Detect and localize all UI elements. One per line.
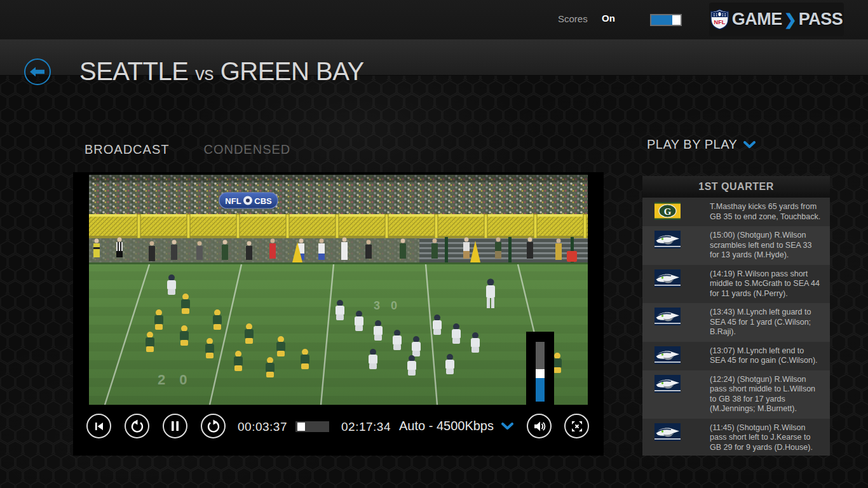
play-row[interactable]: G (15:00) (Shotgun) R.Wilson scrambles l…	[642, 226, 830, 265]
top-bar: Scores On NFL GAME ❯ PASS	[0, 0, 868, 39]
play-row[interactable]: G (12:24) (Shotgun) R.Wilson pass short …	[642, 370, 830, 419]
pause-button[interactable]	[163, 414, 187, 438]
play-description: (13:43) M.Lynch left guard to SEA 45 for…	[710, 308, 822, 337]
brand-arrow-icon: ❯	[784, 11, 797, 29]
play-list: G T.Masthay kicks 65 yards from GB 35 to…	[642, 198, 830, 456]
scores-toggle[interactable]	[650, 14, 682, 26]
volume-icon	[533, 421, 546, 432]
play-row[interactable]: G (14:19) R.Wilson pass short middle to …	[642, 265, 830, 304]
svg-text:2 0: 2 0	[158, 372, 193, 388]
pause-icon	[171, 421, 179, 431]
fullscreen-icon	[571, 420, 583, 433]
play-row[interactable]: G T.Masthay kicks 65 yards from GB 35 to…	[642, 198, 830, 226]
seahawks-logo-icon	[654, 346, 681, 364]
quality-selector[interactable]: Auto - 4500Kbps	[399, 419, 513, 433]
play-by-play-label: PLAY BY PLAY	[647, 137, 737, 152]
video-type-tabs: BROADCAST CONDENSED	[85, 142, 290, 157]
play-description: (14:19) R.Wilson pass short middle to S.…	[710, 269, 822, 299]
back-arrow-icon	[30, 66, 45, 78]
player-controls: 00:03:37 02:17:34 Auto - 4500Kbps	[73, 405, 604, 456]
replay-button[interactable]	[125, 414, 149, 438]
seahawks-logo-icon	[654, 269, 681, 287]
nfl-gamepass-logo[interactable]: NFL GAME ❯ PASS	[709, 3, 844, 36]
brand-game-text: GAME	[732, 10, 782, 29]
page-title: SEATTLE vs GREEN BAY	[79, 57, 364, 86]
seahawks-logo-icon	[654, 308, 681, 325]
nfl-shield-text: NFL	[714, 19, 725, 25]
quarter-header: 1ST QUARTER	[642, 176, 830, 198]
current-time: 00:03:37	[238, 420, 287, 434]
volume-button[interactable]	[527, 414, 552, 438]
progress-bar[interactable]	[295, 421, 329, 432]
play-description: (15:00) (Shotgun) R.Wilson scrambles lef…	[710, 231, 822, 261]
replay-icon	[130, 419, 145, 433]
play-description: T.Masthay kicks 65 yards from GB 35 to e…	[710, 202, 822, 222]
app-window: Scores On NFL GAME ❯ PASS	[0, 0, 868, 488]
seahawks-logo-icon	[654, 231, 681, 248]
video-player[interactable]: NFL CBS	[73, 172, 604, 456]
volume-popup	[526, 332, 554, 405]
packers-logo-icon: G	[654, 202, 681, 220]
skip-start-icon	[94, 421, 104, 431]
seahawks-logo-icon	[654, 423, 681, 441]
volume-thumb[interactable]	[536, 369, 545, 378]
play-row[interactable]: G (13:07) M.Lynch left end to SEA 45 for…	[642, 342, 830, 370]
chevron-down-icon	[743, 141, 756, 149]
play-description: (12:24) (Shotgun) R.Wilson pass short mi…	[710, 375, 822, 414]
back-button[interactable]	[24, 58, 51, 85]
skip-to-start-button[interactable]	[86, 414, 111, 438]
play-description: (11:45) (Shotgun) R.Wilson pass short le…	[710, 423, 822, 453]
title-vs: vs	[195, 63, 214, 84]
scores-label: Scores	[558, 13, 588, 24]
chevron-down-icon	[501, 423, 513, 430]
title-away-team: SEATTLE	[79, 57, 188, 85]
play-by-play-dropdown[interactable]: PLAY BY PLAY	[647, 137, 756, 152]
toggle-knob-icon[interactable]	[672, 15, 681, 25]
scores-state: On	[602, 13, 615, 24]
skip-forward-button[interactable]	[201, 414, 226, 438]
video-frame: NFL CBS	[89, 175, 588, 405]
fullscreen-button[interactable]	[564, 414, 589, 438]
seahawks-logo-icon	[654, 375, 681, 393]
svg-text:G: G	[664, 207, 672, 217]
volume-track-fill[interactable]	[536, 378, 545, 402]
skip-forward-icon	[206, 419, 221, 433]
banner-nfl-text: NFL	[225, 196, 241, 206]
play-row[interactable]: G (13:43) M.Lynch left guard to SEA 45 f…	[642, 303, 830, 342]
tab-condensed[interactable]: CONDENSED	[203, 142, 290, 157]
title-home-team: GREEN BAY	[220, 57, 364, 85]
volume-track-empty[interactable]	[536, 342, 545, 369]
svg-text:3 0: 3 0	[374, 299, 401, 312]
play-description: (13:07) M.Lynch left end to SEA 45 for n…	[710, 346, 822, 366]
nfl-shield-icon: NFL	[710, 9, 729, 30]
progress-thumb[interactable]	[297, 423, 305, 431]
total-time: 02:17:34	[341, 420, 391, 434]
tab-broadcast[interactable]: BROADCAST	[85, 142, 169, 157]
quality-label: Auto - 4500Kbps	[399, 419, 494, 433]
play-row[interactable]: G (11:45) (Shotgun) R.Wilson pass short …	[642, 419, 830, 456]
brand-pass-text: PASS	[799, 10, 843, 29]
banner-cbs-text: CBS	[254, 196, 272, 206]
volume-slider[interactable]	[536, 342, 545, 402]
play-by-play-panel: 1ST QUARTER G T.Masthay kicks 65 yards f…	[642, 176, 830, 456]
